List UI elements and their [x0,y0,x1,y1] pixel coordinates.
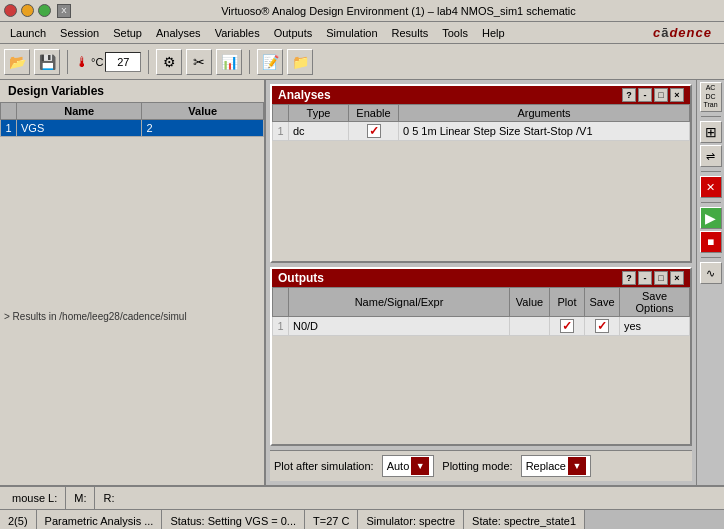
outputs-row-1[interactable]: 1 N0/D ✓ ✓ yes [273,317,690,336]
menu-outputs[interactable]: Outputs [268,25,319,41]
col-arguments: Arguments [399,105,690,122]
menu-simulation[interactable]: Simulation [320,25,383,41]
menu-results[interactable]: Results [386,25,435,41]
analyses-row-num: 1 [273,122,289,141]
window-icon: X [57,4,71,18]
settings-button[interactable]: ⚙ [156,49,182,75]
analyses-enabled[interactable]: ✓ [349,122,399,141]
menu-analyses[interactable]: Analyses [150,25,207,41]
menu-session[interactable]: Session [54,25,105,41]
title-bar: X Virtuoso® Analog Design Environment (1… [0,0,724,22]
analyses-arguments[interactable]: 0 5 1m Linear Step Size Start-Stop /V1 [399,122,690,141]
taskbar-simulator-label: Simulator: spectre [366,515,455,527]
menu-setup[interactable]: Setup [107,25,148,41]
window-controls[interactable] [4,4,51,17]
plot-after-dropdown[interactable]: ▼ [411,457,429,475]
outputs-controls[interactable]: ? - □ × [622,271,684,285]
outputs-empty [272,336,690,444]
outputs-plot[interactable]: ✓ [550,317,585,336]
col-type: Type [289,105,349,122]
sidebar-separator-4 [701,257,721,258]
waveform-button[interactable]: ∿ [700,262,722,284]
toolbar: 📂 💾 🌡 °C ⚙ ✂ 📊 📝 📁 [0,44,724,80]
plot-after-select[interactable]: Auto ▼ [382,455,435,477]
menu-tools[interactable]: Tools [436,25,474,41]
edit-button[interactable]: 📝 [257,49,283,75]
outputs-panel: Outputs ? - □ × Name/Signal/Expr Value P… [270,267,692,446]
dv-row-1[interactable]: 1 VGS 2 [1,120,264,137]
sidebar-separator-1 [701,116,721,117]
analyses-panel: Analyses ? - □ × Type Enable Arguments [270,84,692,263]
mouse-status: mouse L: [4,487,66,509]
dv-empty-area [0,137,264,307]
plot-checkbox[interactable]: ✓ [560,319,574,333]
save-checkbox[interactable]: ✓ [595,319,609,333]
outputs-save[interactable]: ✓ [585,317,620,336]
col-num [273,105,289,122]
delete-button[interactable]: ✕ [700,176,722,198]
outputs-close-button[interactable]: × [670,271,684,285]
outputs-save-options[interactable]: yes [620,317,690,336]
netlist-button[interactable]: ✂ [186,49,212,75]
col-save-options: Save Options [620,288,690,317]
analyses-help-button[interactable]: ? [622,88,636,102]
analyses-max-button[interactable]: □ [654,88,668,102]
dv-row-name[interactable]: VGS [17,120,142,137]
right-sidebar: ACDCTran ⊞ ⇌ ✕ ▶ ⏹ ∿ [696,80,724,485]
menu-help[interactable]: Help [476,25,511,41]
ac-dc-tran-button[interactable]: ACDCTran [700,82,722,112]
plotting-mode-dropdown[interactable]: ▼ [568,457,586,475]
separator-2 [148,50,149,74]
taskbar-item-num[interactable]: 2(5) [0,510,37,529]
directions-button[interactable]: ⇌ [700,145,722,167]
analyses-min-button[interactable]: - [638,88,652,102]
menu-bar: Launch Session Setup Analyses Variables … [0,22,724,44]
parameter-button[interactable]: ⊞ [700,121,722,143]
stop-button[interactable]: ⏹ [700,231,722,253]
outputs-help-button[interactable]: ? [622,271,636,285]
outputs-row-num: 1 [273,317,289,336]
maximize-button[interactable] [38,4,51,17]
plot-after-label: Plot after simulation: [274,460,374,472]
analyses-row-1[interactable]: 1 dc ✓ 0 5 1m Linear Step Size Start-Sto… [273,122,690,141]
outputs-table: Name/Signal/Expr Value Plot Save Save Op… [272,287,690,336]
analyses-type[interactable]: dc [289,122,349,141]
outputs-min-button[interactable]: - [638,271,652,285]
close-button[interactable] [4,4,17,17]
analyses-close-button[interactable]: × [670,88,684,102]
temperature-input[interactable] [105,52,141,72]
analyses-controls[interactable]: ? - □ × [622,88,684,102]
outputs-max-button[interactable]: □ [654,271,668,285]
outputs-name[interactable]: N0/D [289,317,510,336]
mouse-label: mouse L: [12,492,57,504]
outputs-title: Outputs [278,271,324,285]
menu-launch[interactable]: Launch [4,25,52,41]
status-bar: mouse L: M: R: [0,485,724,509]
open-button[interactable]: 📂 [4,49,30,75]
folder-button[interactable]: 📁 [287,49,313,75]
taskbar: 2(5) Parametric Analysis ... Status: Set… [0,509,724,529]
separator-3 [249,50,250,74]
taskbar-state-label: State: spectre_state1 [472,515,576,527]
middle-label: M: [74,492,86,504]
taskbar-item-parametric[interactable]: Parametric Analysis ... [37,510,163,529]
minimize-button[interactable] [21,4,34,17]
log-text: > Results in /home/leeg28/cadence/simul [4,311,187,322]
col-name: Name [17,103,142,120]
taskbar-item-temp[interactable]: T=27 C [305,510,358,529]
analyses-checkbox[interactable]: ✓ [367,124,381,138]
plotting-mode-label: Plotting mode: [442,460,512,472]
design-variables-table: Name Value 1 VGS 2 [0,102,264,137]
run-button[interactable]: ▶ [700,207,722,229]
dv-row-value[interactable]: 2 [142,120,264,137]
probe-button[interactable]: 📊 [216,49,242,75]
sidebar-separator-2 [701,171,721,172]
plotting-mode-select[interactable]: Replace ▼ [521,455,591,477]
outputs-header: Outputs ? - □ × [272,269,690,287]
cadence-logo: cādence [653,25,720,40]
taskbar-item-simulator[interactable]: Simulator: spectre [358,510,464,529]
taskbar-item-status[interactable]: Status: Setting VGS = 0... [162,510,305,529]
taskbar-item-state[interactable]: State: spectre_state1 [464,510,585,529]
menu-variables[interactable]: Variables [209,25,266,41]
save-button[interactable]: 💾 [34,49,60,75]
